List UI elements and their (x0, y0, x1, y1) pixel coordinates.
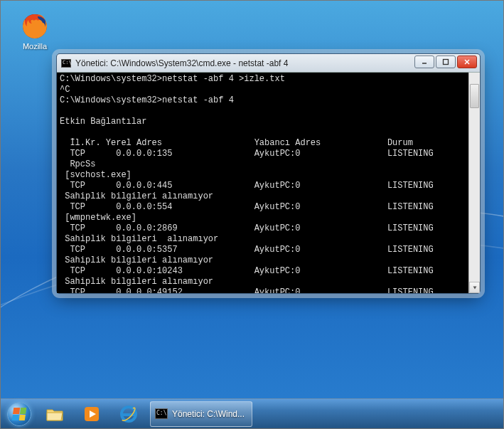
start-button[interactable] (4, 400, 35, 428)
close-button[interactable] (457, 55, 477, 68)
maximize-button[interactable] (436, 55, 456, 68)
ie-icon (119, 405, 138, 423)
console-output[interactable]: C:\Windows\system32>netstat -abf 4 >izle… (57, 73, 480, 293)
minimize-button[interactable] (414, 55, 434, 68)
svg-marker-6 (473, 286, 476, 289)
window-title: Yönetici: C:\Windows\System32\cmd.exe - … (75, 58, 288, 68)
taskbar-pinned-media-player[interactable] (75, 401, 109, 427)
desktop-icon-label: Mozilla (14, 42, 56, 51)
firefox-icon (21, 12, 49, 41)
scroll-down-button[interactable] (469, 282, 480, 293)
cmd-icon (61, 59, 71, 68)
taskbar-task-cmd[interactable]: Yönetici: C:\Wind... (150, 401, 252, 427)
cmd-icon (155, 408, 168, 419)
start-orb-icon (7, 402, 31, 426)
scroll-thumb[interactable] (470, 84, 479, 108)
scroll-track[interactable] (469, 84, 480, 282)
taskbar-pinned-explorer[interactable] (38, 401, 72, 427)
taskbar-pinned-ie[interactable] (112, 401, 146, 427)
svg-rect-2 (444, 60, 449, 65)
titlebar[interactable]: Yönetici: C:\Windows\System32\cmd.exe - … (57, 54, 480, 73)
taskbar: Yönetici: C:\Wind... (1, 398, 503, 428)
vertical-scrollbar[interactable] (468, 73, 480, 293)
media-player-icon (82, 405, 101, 423)
desktop-icon-firefox[interactable]: Mozilla (14, 12, 56, 51)
folder-icon (45, 405, 64, 423)
task-label: Yönetici: C:\Wind... (172, 409, 245, 419)
cmd-window: Yönetici: C:\Windows\System32\cmd.exe - … (56, 53, 481, 294)
